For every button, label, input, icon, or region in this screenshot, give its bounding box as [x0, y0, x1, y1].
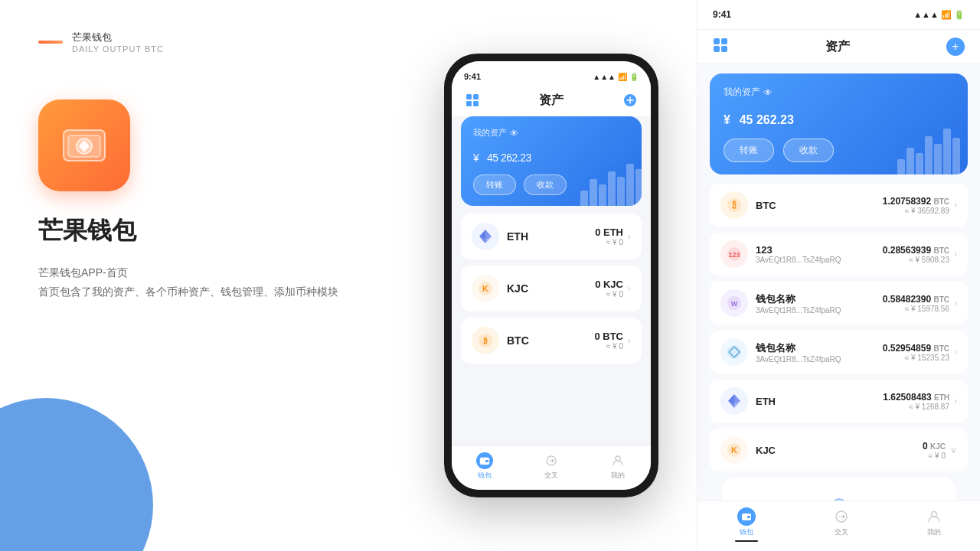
phone-coin-list: ETH 0 ETH ≈ ¥ 0 › K KJC 0 KJC ≈ ¥ 0 — [452, 214, 651, 445]
brand-name-small: 芒果钱包 — [72, 31, 164, 44]
phone-status-bar: 9:41 ▲▲▲ 📶 🔋 — [452, 61, 651, 86]
rp-btc-chevron: › — [954, 200, 957, 210]
phone-receive-button[interactable]: 收款 — [524, 174, 567, 195]
rp-add-button[interactable]: + — [946, 37, 965, 56]
eth-arrow-icon: › — [628, 231, 631, 242]
svg-text:₿: ₿ — [483, 337, 488, 345]
rp-coin-wallet1[interactable]: W 钱包名称 3AvEQt1R8...TsZ4fpaRQ 0.58482390 … — [710, 282, 968, 324]
svg-rect-17 — [485, 460, 488, 462]
rp-123-info: 123 3AvEQt1R8...TsZ4fpaRQ — [756, 244, 883, 264]
svg-rect-20 — [714, 38, 720, 44]
phone-status-icons: ▲▲▲ 📶 🔋 — [593, 73, 639, 81]
rp-wallet1-chevron: › — [954, 298, 957, 308]
add-icon[interactable] — [622, 92, 639, 109]
rp-transfer-button[interactable]: 转账 — [724, 139, 774, 162]
phone-nav-me[interactable]: 我的 — [609, 452, 626, 481]
rp-wallet2-info: 钱包名称 3AvEQt1R8...TsZ4fpaRQ — [756, 341, 883, 364]
app-title: 芒果钱包 — [38, 214, 368, 248]
asset-card-bg-bars — [580, 116, 642, 206]
phone-coin-kjc[interactable]: K KJC 0 KJC ≈ ¥ 0 › — [461, 266, 642, 311]
rp-time: 9:41 — [713, 9, 731, 20]
svg-text:K: K — [482, 284, 488, 293]
rp-nav-exchange[interactable]: 交叉 — [832, 507, 851, 542]
rp-exchange-nav-icon — [832, 507, 851, 526]
grid-icon[interactable] — [464, 92, 481, 109]
rp-btc-balance: 1.20758392 BTC ≈ ¥ 36592.89 — [883, 196, 949, 215]
phone-kjc-balance: 0 KJC ≈ ¥ 0 — [595, 279, 623, 298]
phone-coin-btc[interactable]: ₿ BTC 0 BTC ≈ ¥ 0 › — [461, 318, 642, 364]
rp-asset-card: 我的资产 👁 ¥ 45 262.23 转账 收款 — [710, 73, 968, 174]
rp-coin-kjc[interactable]: K KJC 0 KJC ≈ ¥ 0 ∨ — [710, 429, 968, 471]
rp-kjc-balance: 0 KJC ≈ ¥ 0 — [923, 441, 946, 460]
phone-header: 资产 — [452, 86, 651, 116]
rp-nav-active-indicator — [735, 540, 758, 542]
rp-title-bar: 资产 + — [697, 30, 980, 64]
app-logo-svg — [57, 119, 111, 172]
rp-wallet1-balance: 0.58482390 BTC ≈ ¥ 15978.56 — [883, 294, 949, 313]
rp-coin-eth[interactable]: ETH 1.62508483 ETH ≈ ¥ 1268.87 › — [710, 380, 968, 422]
rp-grid-icon[interactable] — [713, 37, 728, 56]
rp-bottom-nav: 钱包 交叉 我的 — [697, 500, 980, 551]
rp-coin-list: ₿ BTC 1.20758392 BTC ≈ ¥ 36592.89 › 123 … — [697, 184, 980, 500]
svg-rect-4 — [473, 94, 479, 99]
rp-nav-me-label: 我的 — [927, 527, 941, 537]
svg-point-19 — [616, 456, 620, 461]
rp-123-chevron: › — [954, 249, 957, 259]
app-description: 芒果钱包APP-首页 首页包含了我的资产、各个币种资产、钱包管理、添加币种模块 — [38, 263, 368, 302]
app-icon — [38, 99, 130, 191]
phone-time: 9:41 — [464, 72, 481, 81]
svg-rect-5 — [466, 101, 472, 106]
svg-rect-22 — [714, 46, 720, 52]
btc-icon: ₿ — [472, 327, 499, 354]
brand-line — [38, 41, 63, 44]
rp-eth-balance: 1.62508483 ETH ≈ ¥ 1268.87 — [883, 392, 949, 411]
phone-nav-exchange[interactable]: 交叉 — [543, 452, 560, 481]
rp-btc-info: BTC — [756, 200, 883, 211]
kjc-arrow-icon: › — [628, 283, 631, 294]
right-panel: 9:41 ▲▲▲ 📶 🔋 资产 + 我的资产 👁 ¥ 45 262.23 转 — [697, 0, 980, 551]
phone-transfer-button[interactable]: 转账 — [473, 174, 516, 195]
rp-coin-btc[interactable]: ₿ BTC 1.20758392 BTC ≈ ¥ 36592.89 › — [710, 184, 968, 227]
svg-rect-21 — [721, 38, 727, 44]
phone-kjc-name: KJC — [507, 282, 528, 295]
rp-eth-info: ETH — [756, 396, 883, 407]
me-nav-icon — [609, 452, 626, 469]
rp-status-bar: 9:41 ▲▲▲ 📶 🔋 — [697, 0, 980, 30]
rp-coin-123[interactable]: 123 123 3AvEQt1R8...TsZ4fpaRQ 0.28563939… — [710, 233, 968, 276]
phone-eth-name: ETH — [507, 230, 528, 243]
svg-text:K: K — [731, 445, 737, 455]
rp-wallet2-icon — [720, 338, 748, 366]
phone-mockup-panel: 9:41 ▲▲▲ 📶 🔋 资产 — [406, 0, 697, 551]
eth-wallet-illustration — [801, 493, 877, 500]
rp-status-icons: ▲▲▲ 📶 🔋 — [913, 10, 965, 20]
btc-arrow-icon: › — [628, 335, 631, 346]
rp-wallet-nav-icon — [737, 507, 756, 526]
eth-wallet-create-box: 请先创建或导入ETH钱包 创建 导入 — [722, 478, 956, 500]
rp-receive-button[interactable]: 收款 — [783, 139, 834, 162]
app-icon-wrapper — [38, 99, 368, 191]
phone-outer: 9:41 ▲▲▲ 📶 🔋 资产 — [444, 54, 658, 497]
rp-coin-wallet2[interactable]: 钱包名称 3AvEQt1R8...TsZ4fpaRQ 0.52954859 BT… — [710, 331, 968, 373]
kjc-icon: K — [472, 275, 499, 302]
rp-nav-wallet-label: 钱包 — [740, 527, 753, 537]
rp-me-nav-icon — [925, 507, 943, 526]
rp-nav-me[interactable]: 我的 — [925, 507, 943, 542]
phone-coin-eth[interactable]: ETH 0 ETH ≈ ¥ 0 › — [461, 214, 642, 259]
svg-text:W: W — [731, 300, 738, 308]
svg-rect-23 — [721, 46, 727, 52]
rp-title: 资产 — [825, 39, 850, 55]
rp-nav-wallet[interactable]: 钱包 — [735, 507, 758, 542]
rp-card-bg-bars — [897, 73, 960, 174]
brand-bar: 芒果钱包 DAILY OUTPUT BTC — [38, 31, 368, 54]
phone-screen: 9:41 ▲▲▲ 📶 🔋 资产 — [452, 61, 651, 490]
eth-icon — [472, 223, 499, 250]
svg-rect-6 — [473, 101, 479, 106]
rp-wallet1-icon: W — [720, 289, 748, 317]
svg-text:123: 123 — [728, 251, 740, 259]
rp-kjc-info: KJC — [756, 445, 923, 456]
phone-nav-wallet[interactable]: 钱包 — [476, 452, 493, 481]
rp-wallet1-info: 钱包名称 3AvEQt1R8...TsZ4fpaRQ — [756, 292, 883, 315]
svg-text:₿: ₿ — [732, 201, 737, 210]
phone-nav-me-label: 我的 — [611, 471, 625, 481]
phone-header-title: 资产 — [539, 93, 564, 109]
